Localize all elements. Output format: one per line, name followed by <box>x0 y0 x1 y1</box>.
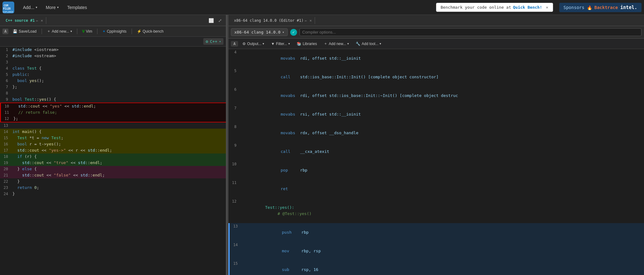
asm-line-6: 6 movabs rdi, offset std::ios_base::Init… <box>228 86 644 105</box>
source-line-23: 23 return 0; <box>0 185 226 191</box>
lang-label: C++ <box>210 39 217 44</box>
add-caret-icon: ▾ <box>36 6 37 9</box>
add-tool-icon: ＋ <box>324 41 327 46</box>
topbar: COM PILER EXPLORER Add... ▾ More ▾ Templ… <box>0 0 644 15</box>
add-new-tool-button[interactable]: ＋ Add new... ▾ <box>321 40 351 47</box>
save-icon: 💾 <box>13 29 17 34</box>
sponsors-fire-icon: 🔥 <box>587 5 592 10</box>
font-size-label: A <box>2 29 8 34</box>
left-panel-header: C++ source #1 ✏ ✕ ⬜ ⤢ <box>0 15 226 26</box>
cpp-insights-button[interactable]: ✦ CppInsights <box>100 28 129 34</box>
assembly-output[interactable]: 4 movabs rdi, offset std::__ioinit 5 cal… <box>228 49 644 275</box>
wrench-icon: 🔧 <box>356 42 360 46</box>
toolbar-sep4 <box>132 29 132 34</box>
source-tab[interactable]: C++ source #1 ✏ ✕ <box>2 17 46 24</box>
left-toolbar: A 💾 Save/Load ＋ Add new... ▾ V Vim ✦ Cpp… <box>0 26 226 37</box>
compiler-close-icon[interactable]: ✕ <box>309 18 312 23</box>
svg-text:🔥: 🔥 <box>587 5 592 10</box>
add-icon: ＋ <box>47 29 51 34</box>
libraries-button[interactable]: 📚 Libraries <box>294 41 319 47</box>
templates-label: Templates <box>67 5 87 10</box>
output-button[interactable]: ⚙ Output... ▾ <box>240 41 267 47</box>
asm-line-8: 8 movabs rdx, offset __dso_handle <box>228 124 644 142</box>
source-line-13: 13 <box>0 122 226 129</box>
source-line-9: 9 bool Test::yes() { <box>0 96 226 103</box>
compiler-bar: x86-64 clang 14.0.0 ▾ ✓ <box>228 26 644 39</box>
quick-bench-link[interactable]: Quick Bench! <box>513 5 542 10</box>
right-panel-header: x86-64 clang 14.0.0 (Editor #1) ✏ ✕ <box>228 15 644 26</box>
source-line-4: 4 class Test { <box>0 65 226 71</box>
source-line-16: 16 bool r = t->yes(); <box>0 141 226 147</box>
compiler-selector[interactable]: x86-64 clang 14.0.0 ▾ <box>231 28 288 36</box>
asm-line-7: 7 movabs rsi, offset std::__ioinit <box>228 105 644 124</box>
templates-button[interactable]: Templates <box>64 3 91 12</box>
lang-caret-icon: ▾ <box>219 40 221 43</box>
source-line-22: 22 } <box>0 178 226 185</box>
asm-line-11: 11 ret <box>228 180 644 198</box>
more-caret-icon: ▾ <box>57 6 59 9</box>
source-line-7: 7 }; <box>0 84 226 90</box>
more-label: More <box>46 5 56 10</box>
add-new-button[interactable]: ＋ Add new... ▾ <box>44 28 74 35</box>
source-line-1: 1 #include <iostream> <box>0 47 226 53</box>
benchmark-close-icon[interactable]: ✕ <box>546 5 548 10</box>
source-line-8: 8 <box>0 90 226 96</box>
source-line-12: 12 }; <box>0 116 226 122</box>
add-new-caret: ▾ <box>70 30 72 33</box>
asm-line-13: 13 push rbp <box>228 223 644 242</box>
benchmark-text: Benchmark your code online at <box>441 5 511 10</box>
left-panel: C++ source #1 ✏ ✕ ⬜ ⤢ A 💾 Save/Load ＋ Ad… <box>0 15 227 275</box>
source-line-5: 5 public: <box>0 71 226 78</box>
source-line-20: 20 } else { <box>0 166 226 172</box>
vim-button[interactable]: V Vim <box>80 28 95 34</box>
maximize-icon[interactable]: ⬜ <box>207 17 215 24</box>
add-tool-caret-icon: ▾ <box>380 42 381 45</box>
expand-icon[interactable]: ⤢ <box>217 17 223 24</box>
language-selector[interactable]: ⚙ C++ ▾ <box>203 38 223 45</box>
compiler-tab[interactable]: x86-64 clang 14.0.0 (Editor #1) ✏ ✕ <box>231 17 315 24</box>
add-menu-button[interactable]: Add... ▾ <box>19 3 41 12</box>
libraries-icon: 📚 <box>297 42 301 46</box>
source-close-icon[interactable]: ✕ <box>41 18 43 23</box>
asm-line-15: 15 sub rsp, 16 <box>228 260 644 275</box>
asm-line-5: 5 call std::ios_base::Init::Init() [comp… <box>228 68 644 86</box>
vim-icon: V <box>82 29 85 34</box>
source-line-15: 15 Test *t = new Test; <box>0 135 226 141</box>
svg-text:EXPLORER: EXPLORER <box>3 11 14 13</box>
compiler-options-input[interactable] <box>299 28 642 36</box>
output-icon: ⚙ <box>242 42 246 46</box>
compiler-caret-icon: ▾ <box>282 30 284 34</box>
source-line-21: 21 std::cout << "false" << std::endl; <box>0 172 226 178</box>
toolbar-sep1 <box>42 29 42 34</box>
source-edit-icon[interactable]: ✏ <box>36 18 38 23</box>
compiler-edit-icon[interactable]: ✏ <box>305 18 307 23</box>
panel-icons: ⬜ ⤢ <box>207 17 223 24</box>
sponsors-label: Sponsors <box>564 5 584 10</box>
benchmark-banner: Benchmark your code online at Quick Benc… <box>436 3 553 12</box>
asm-line-12: 12 Test::yes(): # @Test::yes() <box>228 198 644 223</box>
lang-bar: ⚙ C++ ▾ <box>0 37 226 47</box>
toolbar-sep2 <box>77 29 77 34</box>
filter-button[interactable]: ▼ Filter... ▾ <box>268 41 292 47</box>
source-line-17: 17 std::cout << "yes->" << r << std::end… <box>0 147 226 154</box>
source-line-14: 14 int main() { <box>0 129 226 135</box>
more-menu-button[interactable]: More ▾ <box>42 3 62 12</box>
output-caret-icon: ▾ <box>263 42 264 45</box>
source-line-11: 11 // return false; <box>0 109 226 116</box>
add-tool-button[interactable]: 🔧 Add tool... ▾ <box>353 41 384 47</box>
source-tab-label: C++ source #1 <box>6 18 35 23</box>
logo-icon: COM PILER EXPLORER <box>2 2 14 13</box>
source-editor[interactable]: 1 #include <iostream> 2 #include <ostrea… <box>0 47 226 275</box>
logo: COM PILER EXPLORER <box>2 2 14 13</box>
compiler-name: x86-64 clang 14.0.0 <box>234 30 281 34</box>
quick-bench-button[interactable]: ⚡ Quick-bench <box>134 28 166 34</box>
output-toolbar: A ⚙ Output... ▾ ▼ Filter... ▾ 📚 Librarie… <box>228 39 644 49</box>
right-panel: x86-64 clang 14.0.0 (Editor #1) ✏ ✕ x86-… <box>228 15 644 275</box>
compiler-tab-label: x86-64 clang 14.0.0 (Editor #1) <box>234 18 304 23</box>
svg-text:PILER: PILER <box>3 7 11 10</box>
sponsors-brand1: Backtrace <box>594 5 618 10</box>
output-font-label: A <box>231 41 238 47</box>
cpp-lang-icon: ⚙ <box>206 39 208 44</box>
source-line-2: 2 #include <ostream> <box>0 53 226 59</box>
save-load-button[interactable]: 💾 Save/Load <box>10 28 39 34</box>
